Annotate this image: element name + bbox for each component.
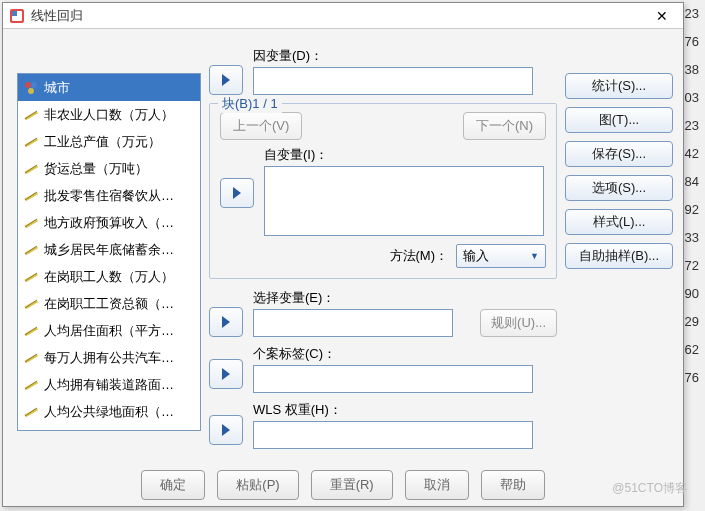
- nominal-icon: [22, 79, 40, 97]
- scale-icon: [22, 376, 40, 394]
- selection-label: 选择变量(E)：: [253, 289, 474, 307]
- side-button[interactable]: 选项(S)...: [565, 175, 673, 201]
- variable-list[interactable]: 城市非农业人口数（万人）工业总产值（万元）货运总量（万吨）批发零售住宿餐饮从…地…: [17, 73, 201, 431]
- svg-rect-2: [12, 11, 17, 16]
- svg-line-13: [25, 192, 37, 200]
- scale-icon: [22, 133, 40, 151]
- svg-point-5: [28, 88, 34, 94]
- scale-icon: [22, 322, 40, 340]
- svg-rect-12: [24, 191, 38, 201]
- variable-label: 工业总产值（万元）: [44, 133, 161, 151]
- svg-point-3: [25, 82, 31, 88]
- bottom-button[interactable]: 确定: [141, 470, 205, 500]
- bottom-button[interactable]: 帮助: [481, 470, 545, 500]
- scale-icon: [22, 241, 40, 259]
- variable-item[interactable]: 货运总量（万吨）: [18, 155, 200, 182]
- move-wls-button[interactable]: [209, 415, 243, 445]
- variable-label: 人均居住面积（平方…: [44, 322, 174, 340]
- wls-label: WLS 权重(H)：: [253, 401, 557, 419]
- variable-item[interactable]: 城市: [18, 74, 200, 101]
- side-button[interactable]: 统计(S)...: [565, 73, 673, 99]
- bottom-button[interactable]: 粘贴(P): [217, 470, 298, 500]
- dependent-label: 因变量(D)：: [253, 47, 557, 65]
- bottom-button-row: 确定粘贴(P)重置(R)取消帮助: [3, 470, 683, 500]
- svg-rect-14: [24, 218, 38, 228]
- method-label: 方法(M)：: [390, 247, 449, 265]
- method-value: 输入: [463, 247, 489, 265]
- svg-line-15: [25, 219, 37, 227]
- svg-rect-20: [24, 299, 38, 309]
- bottom-button[interactable]: 取消: [405, 470, 469, 500]
- variable-label: 人均公共绿地面积（…: [44, 403, 174, 421]
- svg-line-17: [25, 246, 37, 254]
- variable-item[interactable]: 工业总产值（万元）: [18, 128, 200, 155]
- dialog-title: 线性回归: [31, 7, 647, 25]
- linear-regression-dialog: 线性回归 ✕ 城市非农业人口数（万人）工业总产值（万元）货运总量（万吨）批发零售…: [2, 2, 684, 507]
- variable-label: 在岗职工工资总额（…: [44, 295, 174, 313]
- variable-item[interactable]: 人均拥有铺装道路面…: [18, 371, 200, 398]
- center-panel: 因变量(D)： 块(B)1 / 1 上一个(V) 下一个(N) 自变量(I)：: [201, 47, 565, 498]
- variable-item[interactable]: 在岗职工工资总额（…: [18, 290, 200, 317]
- side-button[interactable]: 保存(S)...: [565, 141, 673, 167]
- svg-line-21: [25, 300, 37, 308]
- svg-line-9: [25, 138, 37, 146]
- app-icon: [9, 8, 25, 24]
- svg-rect-6: [24, 110, 38, 120]
- independent-input[interactable]: [264, 166, 544, 236]
- variable-item[interactable]: 批发零售住宿餐饮从…: [18, 182, 200, 209]
- titlebar: 线性回归 ✕: [3, 3, 683, 29]
- variable-item[interactable]: 人均居住面积（平方…: [18, 317, 200, 344]
- rule-button[interactable]: 规则(U)...: [480, 309, 557, 337]
- chevron-down-icon: ▼: [530, 251, 539, 261]
- next-block-button[interactable]: 下一个(N): [463, 112, 546, 140]
- variable-item[interactable]: 每万人拥有公共汽车…: [18, 344, 200, 371]
- block-legend: 块(B)1 / 1: [218, 95, 282, 113]
- svg-line-19: [25, 273, 37, 281]
- scale-icon: [22, 214, 40, 232]
- variable-item[interactable]: 在岗职工人数（万人）: [18, 263, 200, 290]
- selection-input[interactable]: [253, 309, 453, 337]
- wls-input[interactable]: [253, 421, 533, 449]
- block-fieldset: 块(B)1 / 1 上一个(V) 下一个(N) 自变量(I)： 方法(M)：: [209, 103, 557, 279]
- variable-item[interactable]: 非农业人口数（万人）: [18, 101, 200, 128]
- method-combobox[interactable]: 输入 ▼: [456, 244, 546, 268]
- scale-icon: [22, 160, 40, 178]
- svg-rect-22: [24, 326, 38, 336]
- scale-icon: [22, 403, 40, 421]
- variable-label: 人均拥有铺装道路面…: [44, 376, 174, 394]
- move-independent-button[interactable]: [220, 178, 254, 208]
- scale-icon: [22, 187, 40, 205]
- bottom-button[interactable]: 重置(R): [311, 470, 393, 500]
- side-button[interactable]: 自助抽样(B)...: [565, 243, 673, 269]
- side-button-panel: 统计(S)...图(T)...保存(S)...选项(S)...样式(L)...自…: [565, 47, 673, 498]
- dependent-input[interactable]: [253, 67, 533, 95]
- variable-label: 城市: [44, 79, 70, 97]
- previous-block-button[interactable]: 上一个(V): [220, 112, 302, 140]
- scale-icon: [22, 106, 40, 124]
- variable-label: 非农业人口数（万人）: [44, 106, 174, 124]
- move-dependent-button[interactable]: [209, 65, 243, 95]
- variable-item[interactable]: 地方政府预算收入（…: [18, 209, 200, 236]
- svg-rect-28: [24, 407, 38, 417]
- svg-line-23: [25, 327, 37, 335]
- variable-label: 货运总量（万吨）: [44, 160, 148, 178]
- svg-rect-18: [24, 272, 38, 282]
- svg-rect-8: [24, 137, 38, 147]
- watermark: @51CTO博客: [612, 480, 687, 497]
- svg-line-25: [25, 354, 37, 362]
- svg-line-11: [25, 165, 37, 173]
- variable-label: 在岗职工人数（万人）: [44, 268, 174, 286]
- move-selection-button[interactable]: [209, 307, 243, 337]
- side-button[interactable]: 样式(L)...: [565, 209, 673, 235]
- variable-item[interactable]: 人均公共绿地面积（…: [18, 398, 200, 425]
- variable-label: 批发零售住宿餐饮从…: [44, 187, 174, 205]
- svg-rect-10: [24, 164, 38, 174]
- case-label-input[interactable]: [253, 365, 533, 393]
- side-button[interactable]: 图(T)...: [565, 107, 673, 133]
- close-button[interactable]: ✕: [647, 8, 677, 24]
- variable-label: 每万人拥有公共汽车…: [44, 349, 174, 367]
- svg-line-7: [25, 111, 37, 119]
- variable-item[interactable]: 城乡居民年底储蓄余…: [18, 236, 200, 263]
- move-case-label-button[interactable]: [209, 359, 243, 389]
- independent-label: 自变量(I)：: [264, 146, 546, 164]
